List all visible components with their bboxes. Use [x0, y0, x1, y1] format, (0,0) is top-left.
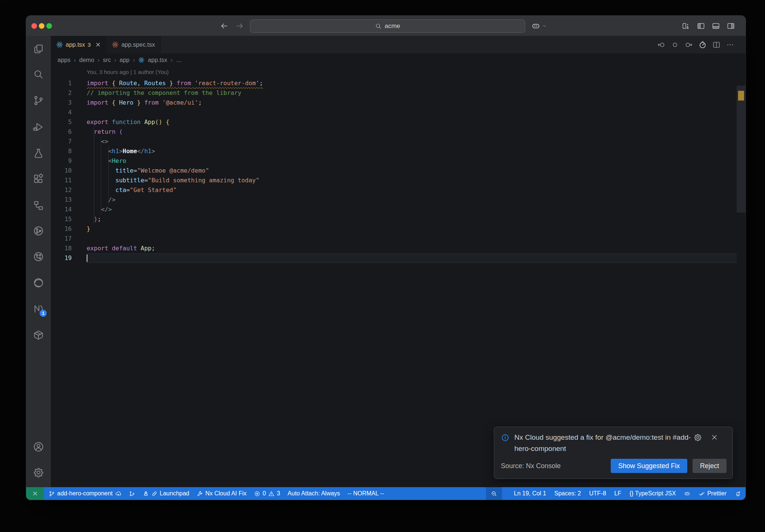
code-line-7[interactable]: 7 <> — [51, 137, 737, 146]
status-eol[interactable]: LF — [614, 490, 622, 497]
git-branch-icon — [49, 491, 55, 497]
code-line-4[interactable]: 4 — [51, 108, 737, 117]
code-line-3[interactable]: 3import { Hero } from '@acme/ui'; — [51, 98, 737, 108]
panel-left-icon[interactable] — [697, 22, 705, 30]
status-git-graph[interactable] — [129, 491, 135, 497]
customize-layout-icon[interactable] — [682, 22, 690, 30]
activity-item-edge-browser[interactable] — [33, 277, 44, 288]
line-number: 9 — [51, 156, 87, 166]
code-line-16[interactable]: 16} — [51, 224, 737, 234]
code-line-6[interactable]: 6 return ( — [51, 127, 737, 137]
activity-item-run-and-debug[interactable] — [33, 121, 44, 133]
panel-bottom-icon[interactable] — [712, 22, 720, 30]
activity-item-testing[interactable] — [33, 148, 44, 159]
traffic-lights — [31, 16, 52, 36]
link-icon — [151, 491, 158, 497]
code-line-12[interactable]: 12 cta="Get Started" — [51, 185, 737, 195]
code-line-9[interactable]: 9 <Hero — [51, 156, 737, 166]
code-line-13[interactable]: 13 /> — [51, 195, 737, 205]
search-icon — [375, 23, 382, 30]
activity-item-search[interactable] — [33, 69, 44, 80]
notification-close-icon[interactable] — [710, 433, 718, 441]
activity-item-code-structure[interactable] — [33, 200, 44, 211]
line-number: 1 — [51, 78, 87, 88]
code-line-18[interactable]: 18export default App; — [51, 244, 737, 253]
split-editor-icon[interactable] — [712, 41, 721, 49]
panel-right-icon[interactable] — [727, 22, 735, 30]
code-line-15[interactable]: 15 ); — [51, 214, 737, 224]
code-line-10[interactable]: 10 title="Welcmoe @acme/demo" — [51, 166, 737, 176]
activity-item-source-control[interactable] — [33, 95, 44, 106]
scrollbar-thumb[interactable] — [737, 86, 746, 213]
account-icon — [33, 441, 44, 452]
history-back-icon[interactable] — [220, 21, 229, 31]
nav-forward-circle-icon[interactable] — [685, 41, 693, 49]
status-indentation[interactable]: Spaces: 2 — [554, 490, 581, 497]
status-prettier[interactable]: Prettier — [699, 490, 727, 497]
code-line-17[interactable]: 17 — [51, 234, 737, 244]
minimize-window-button[interactable] — [39, 23, 44, 29]
overview-ruler-warning-marker — [738, 91, 744, 100]
line-number: 18 — [51, 244, 87, 253]
reject-button[interactable]: Reject — [693, 459, 727, 473]
line-number: 14 — [51, 205, 87, 214]
code-line-8[interactable]: 8 <h1>Home</h1> — [51, 146, 737, 156]
close-window-button[interactable] — [31, 23, 37, 29]
breadcrumb-item-demo[interactable]: demo — [79, 57, 94, 64]
activity-item-nx-cloud-agents[interactable] — [33, 251, 44, 262]
tab-close-icon[interactable] — [95, 41, 101, 48]
code-line-5[interactable]: 5export function App() { — [51, 117, 737, 127]
status-vim-mode[interactable]: -- NORMAL -- — [347, 490, 384, 497]
breadcrumb-item-apps[interactable]: apps — [58, 57, 71, 64]
status-launchpad[interactable]: Launchpad — [143, 490, 189, 497]
references-icon — [33, 200, 44, 211]
activity-item-explorer[interactable] — [33, 43, 44, 55]
activity-item-project-explorer[interactable] — [33, 330, 44, 341]
code-line-1[interactable]: 1import { Route, Routes } from 'react-ro… — [51, 78, 737, 88]
show-suggested-fix-button[interactable]: Show Suggested Fix — [611, 459, 687, 473]
code-line-19[interactable]: 19 — [51, 253, 737, 263]
status-copilot[interactable] — [684, 491, 690, 497]
status-auto-attach[interactable]: Auto Attach: Always — [288, 490, 340, 497]
breadcrumb-symbol[interactable]: … — [176, 57, 182, 64]
nav-back-circle-icon[interactable] — [657, 41, 665, 49]
code-line-11[interactable]: 11 subtitle="Build something amazing tod… — [51, 176, 737, 185]
activity-item-settings[interactable] — [33, 467, 44, 478]
code-line-2[interactable]: 2// importing the component from the lib… — [51, 88, 737, 98]
status-problems[interactable]: 03 — [254, 490, 280, 497]
status-nx-cloud-ai-fix[interactable]: Nx Cloud AI Fix — [197, 490, 247, 497]
status-git-branch[interactable]: add-hero-component — [49, 490, 121, 497]
more-icon[interactable] — [726, 41, 734, 49]
extensions-icon — [33, 173, 44, 185]
git-blame-annotation: You, 3 hours ago | 1 author (You) — [87, 69, 169, 75]
breadcrumb-item-src[interactable]: src — [103, 57, 111, 64]
zoom-window-button[interactable] — [46, 23, 52, 29]
activity-item-nx-console[interactable]: 1 — [33, 303, 44, 315]
activity-item-nx-cloud[interactable] — [33, 225, 44, 236]
history-forward-icon[interactable] — [235, 21, 244, 31]
activity-item-account[interactable] — [33, 441, 44, 452]
activity-item-extensions[interactable] — [33, 173, 44, 185]
status-cursor-position[interactable]: Ln 19, Col 1 — [514, 490, 546, 497]
code-line-14[interactable]: 14 </> — [51, 205, 737, 214]
status-language-mode[interactable]: {} TypeScript JSX — [629, 490, 676, 497]
tab-app-tsx[interactable]: app.tsx3 — [51, 36, 106, 53]
react-icon — [112, 41, 119, 48]
remote-indicator[interactable] — [26, 487, 44, 500]
editor-scrollbar[interactable] — [737, 53, 746, 487]
status-encoding[interactable]: UTF-8 — [589, 490, 606, 497]
breadcrumb-item-app[interactable]: app — [120, 57, 130, 64]
status-zoom-indicator[interactable] — [486, 487, 502, 500]
tab-app-spec-tsx[interactable]: app.spec.tsx — [106, 36, 161, 53]
circle-icon[interactable] — [671, 41, 679, 49]
status-notifications-bell[interactable] — [735, 491, 741, 497]
copilot-menu[interactable] — [531, 16, 547, 36]
command-center-search[interactable]: acme — [250, 19, 525, 33]
code-editor[interactable]: 1import { Route, Routes } from 'react-ro… — [51, 78, 737, 263]
status-eol-label: LF — [614, 490, 622, 497]
breadcrumb-file[interactable]: app.tsx — [148, 57, 167, 64]
line-number: 19 — [51, 253, 87, 263]
notification-settings-gear-icon[interactable] — [694, 433, 702, 442]
copilot-icon — [684, 491, 690, 497]
run-circle-icon[interactable] — [699, 41, 707, 49]
